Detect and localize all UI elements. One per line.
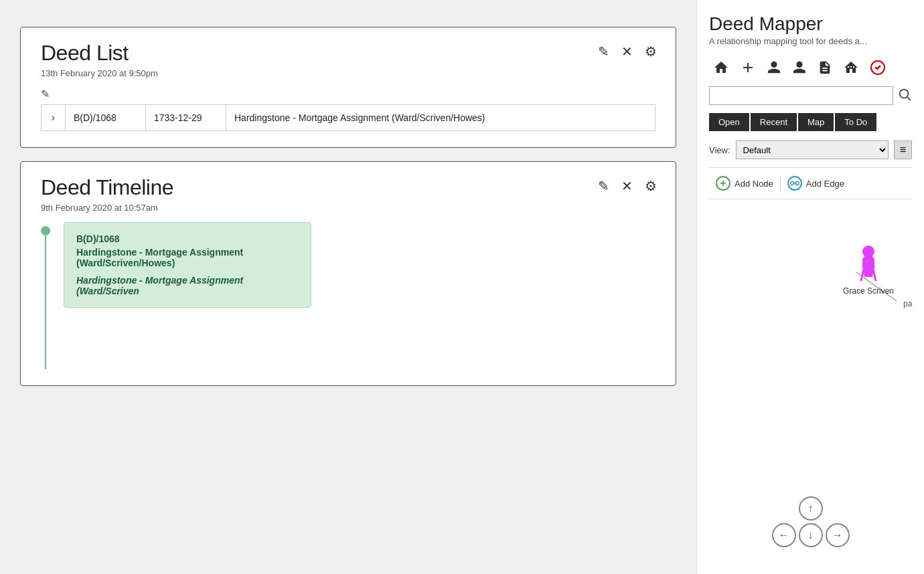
check-circle-icon-button[interactable] bbox=[866, 57, 890, 78]
timeline-vertical-line bbox=[45, 235, 46, 369]
timeline-deed-card[interactable]: B(D)/1068 Hardingstone - Mortgage Assign… bbox=[64, 222, 311, 308]
svg-point-4 bbox=[795, 182, 799, 185]
deed-list-edit-button[interactable]: ✎ bbox=[595, 42, 612, 61]
tab-recent[interactable]: Recent bbox=[751, 113, 797, 131]
add-node-icon: + bbox=[716, 176, 730, 191]
expand-button[interactable]: › bbox=[42, 105, 66, 131]
deed-list-close-button[interactable]: ✕ bbox=[619, 42, 635, 61]
timeline-line bbox=[41, 222, 50, 369]
deed-timeline-edit-button[interactable]: ✎ bbox=[595, 177, 612, 195]
deed-list-card: Deed List 13th February 2020 at 9:50pm ✎… bbox=[20, 27, 676, 148]
document-icon-button[interactable] bbox=[814, 57, 836, 78]
tab-todo[interactable]: To Do bbox=[835, 113, 876, 131]
deed-list-inline-edit[interactable]: ✎ bbox=[41, 88, 656, 100]
grace-scriven-label: Grace Scriven bbox=[843, 286, 894, 296]
deed-ref: B(D)/1068 bbox=[66, 105, 146, 131]
deed-list-actions: ✎ ✕ ⚙ bbox=[595, 42, 660, 61]
deed-timeline-card: Deed Timeline 9th February 2020 at 10:57… bbox=[20, 161, 676, 386]
add-node-label: Add Node bbox=[735, 179, 773, 189]
timeline-deed-name-italic: Hardingstone - Mortgage Assignment (Ward… bbox=[76, 275, 299, 296]
deed-list-subtitle: 13th February 2020 at 9:50pm bbox=[41, 68, 656, 78]
nav-down-button[interactable]: ↓ bbox=[799, 523, 823, 547]
sidebar-title: Deed Mapper bbox=[709, 13, 912, 35]
search-icon bbox=[897, 87, 912, 102]
tab-bar: Open Recent Map To Do bbox=[709, 113, 912, 131]
plus-icon bbox=[740, 60, 756, 76]
home2-icon bbox=[843, 60, 859, 76]
nav-right-button[interactable]: → bbox=[826, 523, 850, 547]
search-input[interactable] bbox=[709, 86, 893, 105]
person-male-icon bbox=[767, 60, 781, 76]
edge-icon-svg bbox=[790, 179, 799, 188]
tab-open[interactable]: Open bbox=[709, 113, 749, 131]
nav-middle-row: ← ↓ → bbox=[772, 523, 850, 547]
svg-point-3 bbox=[790, 182, 793, 185]
view-label: View: bbox=[709, 145, 730, 155]
deed-list-table: › B(D)/1068 1733-12-29 Hardingstone - Mo… bbox=[41, 104, 656, 131]
tab-map[interactable]: Map bbox=[798, 113, 834, 131]
deed-list-title: Deed List bbox=[41, 41, 656, 66]
deed-title: Hardingstone - Mortgage Assignment (Ward… bbox=[226, 105, 656, 131]
view-row: View: Default Timeline Compact ≡ bbox=[709, 140, 912, 159]
search-row bbox=[709, 86, 912, 105]
home2-icon-button[interactable] bbox=[839, 57, 863, 78]
person-female-icon bbox=[792, 60, 807, 76]
house-icon bbox=[713, 60, 729, 76]
nav-up-button[interactable]: ↑ bbox=[799, 496, 823, 520]
view-menu-button[interactable]: ≡ bbox=[894, 140, 912, 159]
add-edge-label: Add Edge bbox=[806, 179, 844, 189]
add-edge-button[interactable]: Add Edge bbox=[781, 173, 851, 193]
nav-up-row: ↑ bbox=[799, 496, 823, 520]
timeline-deed-name: Hardingstone - Mortgage Assignment (Ward… bbox=[76, 247, 299, 268]
nav-left-button[interactable]: ← bbox=[772, 523, 796, 547]
main-area: Deed List 13th February 2020 at 9:50pm ✎… bbox=[0, 0, 696, 574]
deed-date: 1733-12-29 bbox=[146, 105, 226, 131]
person-male-icon-button[interactable] bbox=[763, 57, 785, 78]
graph-node-grace[interactable]: Grace Scriven bbox=[843, 242, 894, 296]
search-button[interactable] bbox=[897, 87, 912, 105]
right-sidebar: Deed Mapper A relationship mapping tool … bbox=[696, 0, 924, 574]
house-icon-button[interactable] bbox=[709, 57, 733, 78]
add-edge-icon bbox=[787, 176, 802, 191]
sidebar-icon-toolbar bbox=[709, 57, 912, 78]
add-node-button[interactable]: + Add Node bbox=[709, 173, 780, 193]
view-select[interactable]: Default Timeline Compact bbox=[736, 140, 889, 159]
table-row: › B(D)/1068 1733-12-29 Hardingstone - Mo… bbox=[42, 105, 656, 131]
add-icon-button[interactable] bbox=[736, 57, 760, 78]
party-label: party bbox=[903, 299, 912, 308]
deed-timeline-title: Deed Timeline bbox=[41, 175, 656, 200]
person-female-graph-icon bbox=[853, 242, 884, 285]
sidebar-subtitle: A relationship mapping tool for deeds a.… bbox=[709, 36, 912, 46]
check-circle-icon bbox=[870, 60, 886, 76]
svg-line-2 bbox=[907, 97, 910, 100]
nav-arrows: ↑ ← ↓ → bbox=[772, 496, 850, 547]
graph-canvas: Grace Scriven party ↑ ← ↓ → bbox=[709, 202, 912, 561]
timeline-dot bbox=[41, 226, 50, 235]
deed-timeline-subtitle: 9th February 2020 at 10:57am bbox=[41, 203, 656, 213]
deed-timeline-actions: ✎ ✕ ⚙ bbox=[595, 177, 660, 195]
timeline-deed-ref: B(D)/1068 bbox=[76, 233, 299, 244]
deed-list-menu-button[interactable]: ⚙ bbox=[642, 42, 660, 61]
add-row: + Add Node Add Edge bbox=[709, 167, 912, 199]
person-female-icon-button[interactable] bbox=[788, 57, 811, 78]
timeline-container: B(D)/1068 Hardingstone - Mortgage Assign… bbox=[41, 222, 656, 369]
deed-timeline-menu-button[interactable]: ⚙ bbox=[642, 177, 660, 195]
deed-timeline-close-button[interactable]: ✕ bbox=[619, 177, 635, 195]
document-icon bbox=[818, 60, 832, 76]
